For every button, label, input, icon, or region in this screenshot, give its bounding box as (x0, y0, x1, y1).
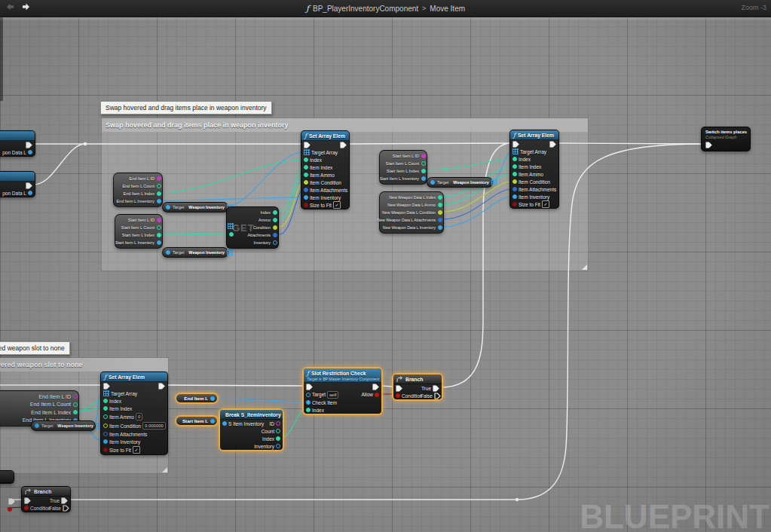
pin-exec[interactable] (512, 141, 519, 148)
pin-item-index[interactable] (512, 164, 517, 169)
pin-data[interactable] (229, 232, 234, 237)
pin-exec[interactable] (396, 385, 402, 392)
pin-index[interactable] (103, 399, 108, 403)
pin-exec[interactable] (158, 383, 165, 390)
pin-end-item-l-count[interactable] (73, 402, 78, 407)
pin-condition[interactable] (396, 393, 400, 398)
pin-index[interactable] (512, 157, 517, 161)
pin-item-attachments[interactable] (103, 432, 108, 436)
pin-exec[interactable] (103, 383, 110, 390)
pin-s-item-inventory[interactable] (222, 421, 227, 426)
pin-exec[interactable] (705, 142, 712, 148)
offscreen-node-stub[interactable] (0, 470, 14, 484)
pin-target-array[interactable] (304, 149, 310, 155)
pin-false[interactable] (63, 505, 69, 512)
pin-size-to-fit[interactable] (512, 202, 517, 206)
weapon-inventory-capsule-3[interactable]: TargetWeapon Inventory (427, 177, 493, 188)
pin-item-ammo[interactable] (304, 173, 308, 177)
pin-item-ammo[interactable] (103, 414, 108, 419)
pin-item-attachments[interactable] (512, 187, 517, 191)
pin-exec[interactable] (340, 142, 347, 148)
pin-size-to-fit[interactable] (103, 448, 108, 452)
pin-end-item-l[interactable] (210, 396, 215, 401)
pin-target[interactable] (35, 423, 39, 428)
pin-target[interactable] (306, 393, 311, 397)
pin-exec[interactable] (306, 384, 313, 390)
pin-attachments[interactable] (273, 233, 277, 237)
graph-canvas[interactable]: Swap hovered and drag items place in wea… (0, 17, 771, 532)
pin-array-out[interactable] (227, 249, 233, 255)
node-header[interactable]: Branch (393, 375, 442, 384)
pin-start-item-l-id[interactable] (157, 218, 161, 222)
pin-end-item-l-id[interactable] (73, 394, 78, 399)
set-array-elem-2[interactable]: ƒSet Array ElemTarget ArrayIndexItem Ind… (509, 130, 559, 209)
checkbox[interactable]: ✓ (542, 200, 549, 208)
pin-start-item-l-count[interactable] (157, 225, 161, 230)
pin-item-condition[interactable] (512, 179, 517, 184)
pin-item-condition[interactable] (103, 423, 108, 428)
start-item-l-pill[interactable]: Start Item L (176, 416, 218, 426)
pin-inventory[interactable] (276, 444, 280, 448)
pin-item-inventory[interactable] (103, 439, 108, 444)
branch-mid[interactable]: BranchTrueConditionFalse (393, 374, 442, 400)
set-new-weapon-data-1[interactable]: SETpon Data L (0, 130, 35, 157)
pin-start-item-l[interactable] (210, 419, 215, 423)
pin-data[interactable] (8, 507, 12, 512)
pin-ammo[interactable] (273, 218, 277, 222)
pin-target-array[interactable] (103, 390, 109, 396)
pin-id[interactable] (276, 421, 280, 426)
pin-size-to-fit[interactable] (304, 203, 308, 207)
checkbox[interactable]: ✓ (333, 201, 341, 209)
set-array-elem-3[interactable]: ƒSet Array ElemTarget ArrayIndexItem Ind… (100, 371, 168, 455)
pin-index[interactable] (276, 436, 280, 441)
pin-exec[interactable] (8, 498, 15, 505)
pin-exec[interactable] (24, 497, 31, 504)
branch-bottom[interactable]: BranchTrueConditionFalse (21, 486, 71, 512)
pin-item-inventory[interactable] (512, 194, 517, 199)
default-value-field[interactable]: self (327, 391, 338, 399)
pin-exec[interactable] (549, 141, 556, 148)
pin-condition[interactable] (273, 225, 277, 230)
pin-false[interactable] (434, 393, 441, 399)
pin-exec[interactable] (26, 142, 32, 148)
pin-target[interactable] (166, 250, 170, 255)
pin-true[interactable] (61, 497, 68, 504)
pin-check-item[interactable] (306, 400, 311, 405)
pin-new-weapon-data-l-inventory[interactable] (438, 225, 442, 230)
node-header[interactable]: SET (0, 131, 35, 141)
set-array-elem-1[interactable]: ƒSet Array ElemTarget ArrayIndexItem Ind… (301, 130, 350, 209)
weapon-inventory-capsule-2[interactable]: TargetWeapon Inventory (162, 247, 228, 258)
set-new-weapon-data-2[interactable]: SETpon Data L (0, 171, 35, 197)
pin-count[interactable] (276, 429, 280, 433)
node-header[interactable]: ƒSet Array Elem (301, 131, 349, 141)
pin-exec[interactable] (26, 182, 32, 189)
pin-item-condition[interactable] (304, 180, 308, 185)
breadcrumb-asset[interactable]: BP_PlayerInventoryComponent (313, 5, 418, 13)
pin-true[interactable] (433, 385, 439, 392)
node-header[interactable]: Break S_ItemInventory (220, 410, 283, 420)
pin-allow[interactable] (375, 393, 379, 397)
new-weapon-data-l-vars[interactable]: New Weapon Data L IndexNew Weapon Data L… (379, 191, 444, 234)
comment-header[interactable]: vered weapon slot to none (0, 358, 168, 371)
pin-pon-data-l[interactable] (28, 150, 32, 154)
pin-end-item-l-inventory[interactable] (157, 199, 161, 203)
pin-array-out[interactable] (491, 179, 497, 185)
breadcrumb-graph[interactable]: Move Item (430, 5, 465, 13)
weapon-inventory-capsule-4[interactable]: TargetWeapon Inventory (31, 420, 96, 431)
node-header[interactable] (0, 471, 14, 483)
end-item-l-vars-top[interactable]: End Item L IDEnd Item L CountEnd Item L … (113, 173, 163, 207)
pin-grid[interactable] (228, 223, 234, 229)
pin-start-item-l-count[interactable] (421, 161, 426, 166)
pin-pon-data-l[interactable] (28, 191, 32, 195)
node-header[interactable]: ƒSet Array Elem (101, 372, 167, 382)
start-item-l-vars-top[interactable]: Start Item L IDStart Item L CountStart I… (115, 214, 163, 249)
pin-target-array[interactable] (512, 148, 519, 154)
pin-end-item-l-count[interactable] (157, 184, 161, 188)
pin-exec[interactable] (304, 142, 311, 148)
pin-target[interactable] (430, 180, 435, 185)
pin-new-weapon-data-l-condition[interactable] (438, 210, 442, 215)
pin-start-item-l-inventory[interactable] (421, 176, 426, 181)
pin-item-inventory[interactable] (304, 195, 308, 200)
weapon-inventory-capsule-1[interactable]: TargetWeapon Inventory (162, 202, 228, 212)
pin-index[interactable] (273, 210, 277, 215)
